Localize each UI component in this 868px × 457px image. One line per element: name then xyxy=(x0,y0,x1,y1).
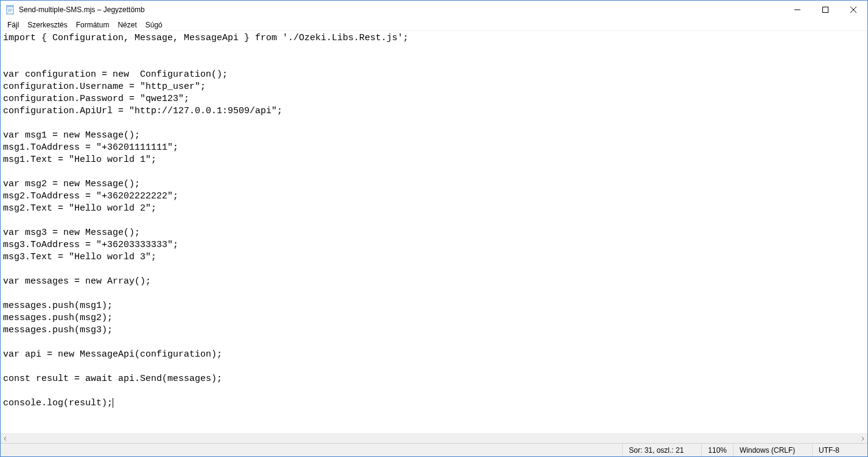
editor-area: import { Configuration, Message, Message… xyxy=(1,31,867,443)
window-controls xyxy=(783,1,867,19)
scroll-left-icon[interactable] xyxy=(1,434,10,444)
horizontal-scrollbar[interactable] xyxy=(1,433,867,443)
menubar: Fájl Szerkesztés Formátum Nézet Súgó xyxy=(1,19,867,31)
status-encoding: UTF-8 xyxy=(813,444,867,456)
status-zoom: 110% xyxy=(702,444,733,456)
text-editor[interactable]: import { Configuration, Message, Message… xyxy=(1,31,867,433)
maximize-button[interactable] xyxy=(811,1,839,19)
status-cursor-position: Sor: 31, oszl.: 21 xyxy=(623,444,702,456)
menu-help[interactable]: Súgó xyxy=(141,21,167,29)
minimize-button[interactable] xyxy=(783,1,811,19)
titlebar[interactable]: Send-multiple-SMS.mjs – Jegyzettömb xyxy=(1,1,867,19)
notepad-icon xyxy=(5,5,15,15)
close-button[interactable] xyxy=(839,1,867,19)
svg-rect-6 xyxy=(823,7,828,13)
menu-format[interactable]: Formátum xyxy=(72,21,114,29)
scroll-track[interactable] xyxy=(10,434,858,444)
svg-rect-1 xyxy=(7,5,13,7)
menu-file[interactable]: Fájl xyxy=(3,21,23,29)
status-spacer xyxy=(1,444,623,456)
statusbar: Sor: 31, oszl.: 21 110% Windows (CRLF) U… xyxy=(1,443,867,456)
scroll-right-icon[interactable] xyxy=(858,434,867,444)
window-title: Send-multiple-SMS.mjs – Jegyzettömb xyxy=(19,5,783,14)
notepad-window: Send-multiple-SMS.mjs – Jegyzettömb Fájl… xyxy=(0,0,868,457)
status-line-ending: Windows (CRLF) xyxy=(733,444,813,456)
menu-view[interactable]: Nézet xyxy=(113,21,141,29)
menu-edit[interactable]: Szerkesztés xyxy=(23,21,71,29)
